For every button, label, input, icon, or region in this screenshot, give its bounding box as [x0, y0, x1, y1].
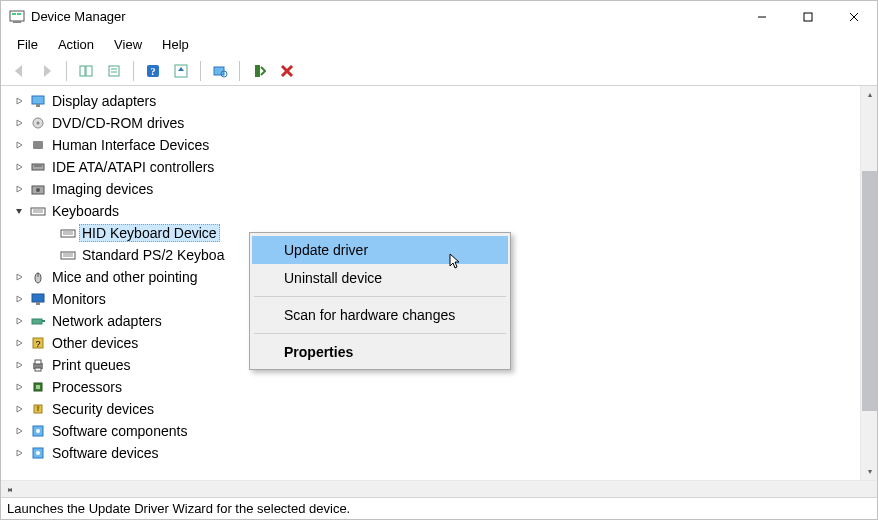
menu-update-driver[interactable]: Update driver: [252, 236, 508, 264]
disc-icon: [30, 115, 46, 131]
tree-node-label: Security devices: [49, 401, 157, 417]
svg-rect-25: [33, 141, 43, 149]
menu-help[interactable]: Help: [152, 34, 199, 55]
svg-rect-51: [36, 385, 40, 389]
hid-icon: [30, 137, 46, 153]
expand-toggle[interactable]: [11, 115, 27, 131]
tree-node-label: Processors: [49, 379, 125, 395]
tree-node[interactable]: Processors: [11, 376, 860, 398]
titlebar: Device Manager: [1, 1, 877, 32]
app-icon: [9, 9, 25, 25]
tree-node-label: HID Keyboard Device: [79, 224, 220, 242]
tree-node-label: DVD/CD-ROM drives: [49, 115, 187, 131]
svg-rect-0: [10, 11, 24, 21]
expand-toggle[interactable]: [11, 335, 27, 351]
expand-toggle[interactable]: [11, 445, 27, 461]
svg-rect-3: [13, 21, 21, 23]
tree-node-label: IDE ATA/ATAPI controllers: [49, 159, 217, 175]
tree-node[interactable]: Display adapters: [11, 90, 860, 112]
menu-view[interactable]: View: [104, 34, 152, 55]
back-button: [7, 59, 31, 83]
device-manager-window: Device Manager File Action View Help: [0, 0, 878, 520]
svg-rect-18: [255, 65, 260, 77]
menu-action[interactable]: Action: [48, 34, 104, 55]
camera-icon: [30, 181, 46, 197]
tree-node-label: Standard PS/2 Keyboa: [79, 247, 227, 263]
tree-node-label: Mice and other pointing: [49, 269, 201, 285]
expand-toggle[interactable]: [11, 269, 27, 285]
svg-point-56: [36, 429, 40, 433]
properties-toolbar-button[interactable]: [102, 59, 126, 83]
help-button[interactable]: ?: [141, 59, 165, 83]
svg-rect-42: [36, 302, 40, 305]
minimize-button[interactable]: [739, 1, 785, 32]
svg-rect-49: [35, 368, 41, 371]
software-icon: [30, 423, 46, 439]
expand-toggle[interactable]: [11, 423, 27, 439]
expand-toggle[interactable]: [11, 313, 27, 329]
menu-separator: [254, 296, 506, 297]
svg-rect-43: [32, 319, 42, 324]
toolbar: ?: [1, 57, 877, 85]
scroll-right-arrow[interactable]: ▸: [1, 481, 18, 498]
cpu-icon: [30, 379, 46, 395]
tree-node[interactable]: Keyboards: [11, 200, 860, 222]
tree-node[interactable]: Human Interface Devices: [11, 134, 860, 156]
svg-point-58: [36, 451, 40, 455]
scroll-down-arrow[interactable]: ▾: [861, 463, 878, 480]
svg-point-29: [36, 188, 40, 192]
tree-node[interactable]: DVD/CD-ROM drives: [11, 112, 860, 134]
uninstall-button[interactable]: [247, 59, 271, 83]
keyboard-icon: [30, 203, 46, 219]
monitor2-icon: [30, 291, 46, 307]
expand-toggle[interactable]: [11, 401, 27, 417]
svg-rect-8: [80, 66, 85, 76]
collapse-toggle[interactable]: [11, 203, 27, 219]
svg-rect-2: [17, 13, 21, 15]
svg-rect-21: [32, 96, 44, 104]
svg-rect-41: [32, 294, 44, 302]
horizontal-scrollbar[interactable]: ◂ ▸: [1, 480, 877, 497]
vertical-scrollbar[interactable]: ▴ ▾: [860, 86, 877, 480]
device-tree[interactable]: Display adaptersDVD/CD-ROM drivesHuman I…: [1, 86, 860, 480]
svg-rect-1: [12, 13, 16, 15]
svg-text:?: ?: [151, 66, 156, 77]
tree-node-label: Keyboards: [49, 203, 122, 219]
tree-node[interactable]: Software components: [11, 420, 860, 442]
expand-toggle[interactable]: [11, 181, 27, 197]
tree-node-label: Monitors: [49, 291, 109, 307]
software-icon: [30, 445, 46, 461]
show-hide-tree-button[interactable]: [74, 59, 98, 83]
svg-text:?: ?: [35, 339, 40, 349]
scroll-up-arrow[interactable]: ▴: [861, 86, 878, 103]
expand-toggle[interactable]: [11, 137, 27, 153]
menu-separator: [254, 333, 506, 334]
network-icon: [30, 313, 46, 329]
menu-file[interactable]: File: [7, 34, 48, 55]
scan-hardware-button[interactable]: [208, 59, 232, 83]
tree-node[interactable]: Software devices: [11, 442, 860, 464]
tree-node[interactable]: Imaging devices: [11, 178, 860, 200]
svg-rect-5: [804, 13, 812, 21]
menu-scan-hardware[interactable]: Scan for hardware changes: [252, 301, 508, 329]
printer-icon: [30, 357, 46, 373]
menu-uninstall-device[interactable]: Uninstall device: [252, 264, 508, 292]
expand-toggle[interactable]: [11, 159, 27, 175]
status-bar: Launches the Update Driver Wizard for th…: [1, 497, 877, 519]
update-driver-button[interactable]: [169, 59, 193, 83]
menu-properties[interactable]: Properties: [252, 338, 508, 366]
maximize-button[interactable]: [785, 1, 831, 32]
scroll-thumb[interactable]: [862, 171, 877, 411]
expand-toggle[interactable]: [11, 291, 27, 307]
tree-node[interactable]: IDE ATA/ATAPI controllers: [11, 156, 860, 178]
expand-toggle[interactable]: [11, 93, 27, 109]
tree-node-label: Network adapters: [49, 313, 165, 329]
keyboard-icon: [60, 247, 76, 263]
expand-toggle[interactable]: [11, 357, 27, 373]
tree-node[interactable]: Security devices: [11, 398, 860, 420]
disable-device-button[interactable]: [275, 59, 299, 83]
expand-toggle[interactable]: [11, 379, 27, 395]
forward-button: [35, 59, 59, 83]
close-button[interactable]: [831, 1, 877, 32]
menubar: File Action View Help: [1, 32, 877, 57]
